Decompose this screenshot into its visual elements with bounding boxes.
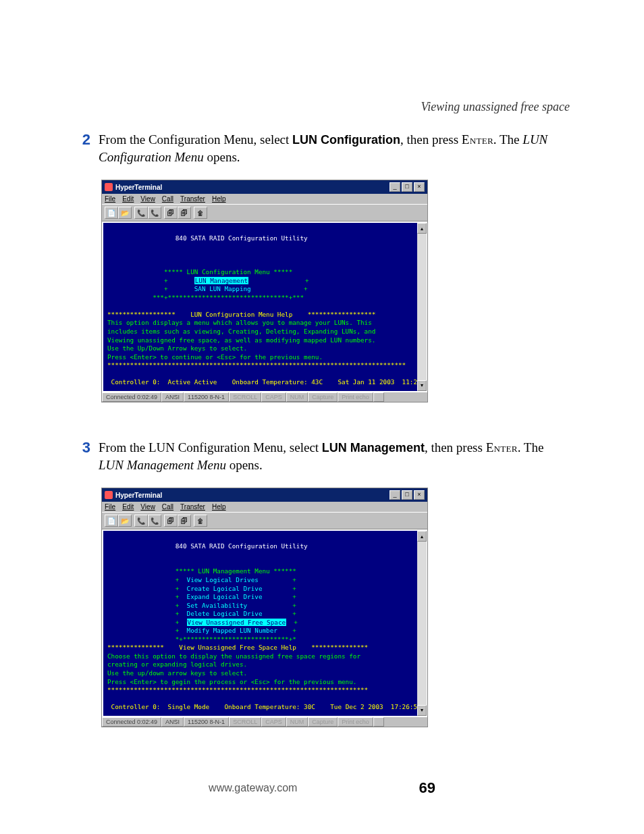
terminal-content[interactable]: 840 SATA RAID Configuration Utility ****… [103, 531, 417, 715]
menu-file[interactable]: File [105, 503, 115, 511]
scroll-up-icon[interactable]: ▴ [417, 223, 427, 234]
window-titlebar[interactable]: HyperTerminal _ □ × [102, 488, 427, 502]
status-capture: Capture [308, 717, 338, 727]
tb-props-icon[interactable]: 🗑 [194, 515, 207, 527]
status-printecho: Print echo [338, 717, 373, 727]
menu-item[interactable]: Delete Logical Drive [187, 610, 263, 617]
scroll-track[interactable] [417, 542, 427, 704]
tb-connect-icon[interactable]: 📞 [134, 207, 148, 219]
menu-item[interactable]: Create Lgoical Drive [187, 585, 263, 592]
t: , then press [400, 132, 462, 147]
t: opens. [204, 150, 240, 164]
tb-new-icon[interactable]: 📄 [105, 207, 118, 219]
menu-item[interactable]: Expand Lgoical Drive [187, 593, 263, 600]
help-line: Use the up/down arrow keys to select. [107, 669, 247, 677]
resize-grip-icon[interactable] [373, 717, 384, 727]
step-text: From the Configuration Menu, select LUN … [99, 131, 570, 166]
t: From the LUN Configuration Menu, select [99, 440, 322, 454]
scroll-down-icon[interactable]: ▾ [417, 380, 427, 391]
tb-disconnect-icon[interactable]: 📞 [148, 515, 161, 527]
tb-props-icon[interactable]: 🗑 [194, 207, 207, 219]
menu-edit[interactable]: Edit [122, 195, 134, 203]
tb-disconnect-icon[interactable]: 📞 [148, 207, 161, 219]
menu-help[interactable]: Help [212, 503, 226, 511]
page-header: Viewing unassigned free space [421, 100, 570, 114]
status-line: Controller 0: Single Mode Onboard Temper… [111, 703, 417, 710]
menu-call[interactable]: Call [162, 195, 173, 203]
menu-transfer[interactable]: Transfer [180, 503, 205, 511]
resize-grip-icon[interactable] [373, 392, 384, 402]
help-line: Viewing unassigned free space, as well a… [107, 336, 375, 344]
menu-heading: ***** LUN Configuration Menu ***** [164, 268, 292, 276]
statusbar: Connected 0:02:49 ANSI 115200 8-N-1 SCRO… [102, 717, 427, 727]
menu-file[interactable]: File [105, 195, 115, 203]
window-buttons: _ □ × [390, 490, 425, 500]
step-2: 2 From the Configuration Menu, select LU… [74, 131, 570, 166]
step-number: 3 [74, 439, 90, 474]
status-port: 115200 8-N-1 [184, 717, 229, 727]
menu-help[interactable]: Help [212, 195, 226, 203]
menu-edit[interactable]: Edit [122, 503, 134, 511]
help-line: This option displays a menu which allows… [107, 319, 372, 326]
status-conntime: Connected 0:02:49 [102, 717, 161, 727]
menu-item[interactable]: Set Availability [187, 602, 248, 609]
t: . The [518, 440, 544, 454]
vertical-scrollbar[interactable]: ▴ ▾ [417, 223, 427, 390]
menu-transfer[interactable]: Transfer [180, 195, 205, 203]
tb-open-icon[interactable]: 📂 [118, 515, 132, 527]
t: . The [493, 132, 522, 147]
status-scroll: SCROLL [229, 392, 261, 402]
rule: ***+********************************+*** [153, 294, 304, 301]
window-titlebar[interactable]: HyperTerminal _ □ × [102, 180, 427, 194]
minimize-button[interactable]: _ [390, 182, 400, 192]
status-printecho: Print echo [338, 392, 373, 402]
maximize-button[interactable]: □ [402, 182, 412, 192]
status-caps: CAPS [261, 392, 286, 402]
t: opens. [226, 458, 263, 472]
menu-item[interactable]: View Logical Drives [187, 576, 259, 583]
footer-url: www.gateway.com [209, 782, 297, 794]
minimize-button[interactable]: _ [390, 490, 400, 500]
window-title: HyperTerminal [115, 184, 390, 191]
hyperterminal-icon [105, 183, 113, 191]
tb-send-icon[interactable]: 🗐 [164, 515, 178, 527]
menu-call[interactable]: Call [162, 503, 173, 511]
close-button[interactable]: × [414, 182, 425, 192]
maximize-button[interactable]: □ [402, 490, 412, 500]
status-emul: ANSI [161, 392, 184, 402]
step-3: 3 From the LUN Configuration Menu, selec… [74, 439, 570, 474]
screenshot-2: HyperTerminal _ □ × File Edit View Call … [101, 488, 428, 727]
window-buttons: _ □ × [390, 182, 425, 192]
menu-item-selected[interactable]: LUN Management [194, 277, 248, 284]
help-line: Choose this option to display the unassi… [107, 652, 360, 660]
tb-open-icon[interactable]: 📂 [118, 207, 132, 219]
tb-recv-icon[interactable]: 🗐 [178, 207, 191, 219]
menu-view[interactable]: View [140, 195, 155, 203]
status-num: NUM [286, 717, 308, 727]
help-heading: ****************** LUN Configuration Men… [107, 311, 375, 318]
close-button[interactable]: × [414, 490, 425, 500]
key-name: Enter [486, 440, 518, 454]
tb-send-icon[interactable]: 🗐 [164, 207, 178, 219]
terminal-content[interactable]: 840 SATA RAID Configuration Utility ****… [103, 223, 417, 390]
rule: ****************************************… [107, 686, 368, 694]
scroll-track[interactable] [417, 234, 427, 380]
tb-new-icon[interactable]: 📄 [105, 515, 118, 527]
vertical-scrollbar[interactable]: ▴ ▾ [417, 531, 427, 715]
help-line: creating or expanding logical drives. [107, 660, 247, 668]
t: , then press [425, 440, 486, 454]
status-scroll: SCROLL [229, 717, 261, 727]
tb-connect-icon[interactable]: 📞 [134, 515, 148, 527]
scroll-down-icon[interactable]: ▾ [417, 705, 427, 716]
scroll-up-icon[interactable]: ▴ [417, 531, 427, 542]
status-num: NUM [286, 392, 308, 402]
menu-item[interactable]: SAN LUN Mapping [194, 285, 251, 292]
menu-item-selected[interactable]: View Unassigned Free Space [187, 619, 287, 626]
tb-recv-icon[interactable]: 🗐 [178, 515, 191, 527]
menu-view[interactable]: View [140, 503, 155, 511]
status-caps: CAPS [261, 717, 286, 727]
menu-heading: ***** LUN Management Menu ****** [176, 567, 296, 575]
help-line: Press <Enter> to continue or <Esc> for t… [107, 353, 323, 361]
menubar: File Edit View Call Transfer Help [102, 502, 427, 512]
menu-item[interactable]: Modify Mapped LUN Number [187, 627, 277, 634]
